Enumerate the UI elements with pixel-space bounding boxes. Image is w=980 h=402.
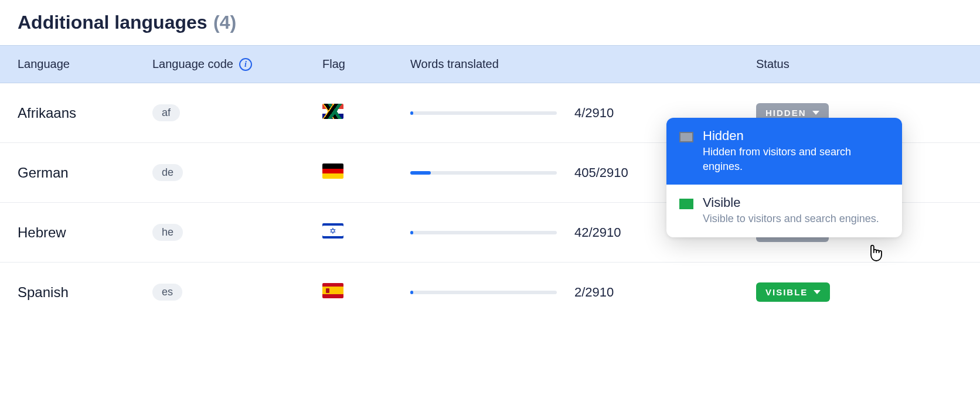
col-flag: Flag [322, 57, 410, 71]
language-name: Hebrew [18, 224, 152, 241]
language-code-pill: af [152, 104, 180, 121]
status-option-hidden[interactable]: Hidden Hidden from visitors and search e… [666, 118, 902, 185]
col-status: Status [756, 57, 962, 71]
flag-icon [322, 104, 343, 119]
title-count: (4) [213, 12, 236, 33]
status-dropdown: Hidden Hidden from visitors and search e… [666, 118, 902, 237]
status-button[interactable]: VISIBLE [756, 282, 830, 302]
language-code-cell: de [152, 164, 322, 181]
title-text: Additional languages [18, 12, 207, 33]
words-count: 2/2910 [574, 285, 614, 300]
flag-cell [322, 283, 410, 302]
language-code-cell: he [152, 224, 322, 241]
col-words: Words translated [410, 57, 756, 71]
words-cell: 2/2910 [410, 285, 756, 300]
words-count: 4/2910 [574, 105, 614, 121]
chevron-down-icon [814, 290, 821, 294]
flag-icon [322, 283, 343, 298]
progress-bar [410, 291, 557, 294]
info-icon[interactable]: i [239, 58, 252, 71]
status-cell: VISIBLE [756, 282, 962, 302]
table-row: Spanishes2/2910VISIBLE [0, 263, 980, 322]
progress-bar [410, 111, 557, 115]
language-code-pill: he [152, 224, 183, 241]
language-code-cell: es [152, 284, 322, 301]
language-code-pill: es [152, 284, 182, 301]
visible-swatch-icon [679, 199, 693, 209]
words-count: 405/2910 [574, 165, 628, 180]
words-count: 42/2910 [574, 225, 621, 240]
col-code: Language code i [152, 57, 322, 71]
language-name: Spanish [18, 284, 152, 301]
flag-icon [322, 223, 343, 239]
option-hidden-title: Hidden [703, 128, 889, 144]
flag-cell [322, 223, 410, 242]
option-hidden-desc: Hidden from visitors and search engines. [703, 145, 889, 174]
language-code-pill: de [152, 164, 183, 181]
col-language: Language [18, 57, 152, 71]
hidden-swatch-icon [679, 132, 693, 142]
progress-bar [410, 171, 557, 175]
progress-bar [410, 231, 557, 234]
table-header: Language Language code i Flag Words tran… [0, 45, 980, 83]
flag-cell [322, 163, 410, 182]
flag-cell [322, 104, 410, 122]
option-visible-title: Visible [703, 195, 889, 210]
section-title: Additional languages (4) [0, 12, 980, 45]
language-code-cell: af [152, 104, 322, 121]
status-label: HIDDEN [765, 108, 807, 118]
language-name: Afrikaans [18, 105, 152, 121]
chevron-down-icon [812, 111, 819, 115]
flag-icon [322, 163, 343, 179]
option-visible-desc: Visible to visitors and search engines. [703, 212, 889, 226]
col-code-label: Language code [152, 57, 233, 71]
language-name: German [18, 165, 152, 181]
status-label: VISIBLE [765, 287, 808, 297]
status-option-visible[interactable]: Visible Visible to visitors and search e… [666, 185, 902, 237]
